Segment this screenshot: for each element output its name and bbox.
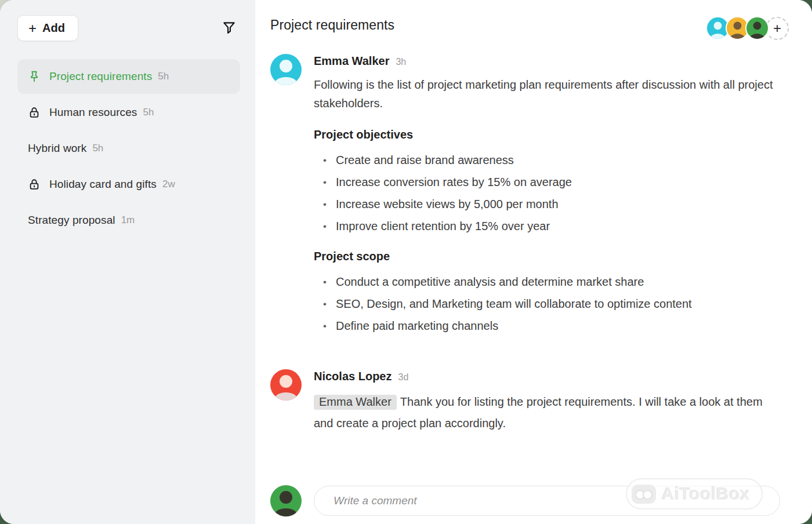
topic-label: Holiday card and gifts [49,178,157,191]
sidebar-item-holiday-card-and-gifts[interactable]: Holiday card and gifts 2w [17,167,240,202]
avatar [270,369,302,401]
comment-input[interactable] [314,486,780,516]
topics-sidebar: + Add Project requirements 5h [0,0,255,524]
thread-panel: Project requirements + Emma Walker [255,0,812,524]
topic-time: 1m [121,214,135,226]
add-button-label: Add [42,21,65,35]
list-item: SEO, Design, and Marketing team will col… [314,296,784,312]
scope-list: Conduct a competitive analysis and deter… [314,274,784,334]
current-user-avatar [270,485,302,516]
lock-icon [28,177,42,191]
topic-list: Project requirements 5h Human resources … [17,59,240,239]
message-timestamp: 3h [396,57,406,67]
add-participant-button[interactable]: + [766,17,789,40]
message-nicolas-lopez: Nicolas Lopez 3d Emma WalkerThank you fo… [270,369,789,434]
topic-label: Human resources [49,106,137,119]
message-text: Emma WalkerThank you for listing the pro… [314,391,778,434]
topic-time: 5h [92,143,103,154]
sidebar-item-project-requirements[interactable]: Project requirements 5h [17,59,240,94]
plus-icon: + [773,20,781,37]
lock-icon [28,105,42,119]
message-emma-walker: Emma Walker 3h Following is the list of … [270,54,789,340]
add-topic-button[interactable]: + Add [17,15,78,41]
list-item: Define paid marketing channels [314,318,784,334]
participants-stack: + [706,16,789,40]
sidebar-item-strategy-proposal[interactable]: Strategy proposal 1m [17,203,240,238]
topic-label: Project requirements [49,70,152,83]
topic-time: 2w [162,179,175,190]
topic-label: Hybrid work [28,142,86,155]
section-heading: Project objectives [314,128,784,141]
message-text: Following is the list of project marketi… [314,75,784,112]
comment-composer: AiToolBox [270,485,789,516]
avatar [270,54,302,85]
list-item: Improve client retention by 15% over yea… [314,219,784,234]
list-item: Conduct a competitive analysis and deter… [314,274,784,290]
mention-chip[interactable]: Emma Walker [314,395,397,410]
sidebar-item-hybrid-work[interactable]: Hybrid work 5h [17,131,240,166]
message-author: Emma Walker [314,54,389,68]
topic-label: Strategy proposal [28,214,115,227]
objectives-list: Create and raise brand awareness Increas… [314,152,784,234]
list-item: Increase website views by 5,000 per mont… [314,196,784,212]
list-item: Create and raise brand awareness [314,152,784,168]
message-author: Nicolas Lopez [314,370,392,383]
section-heading: Project scope [314,250,784,263]
filter-icon[interactable] [220,19,238,37]
list-item: Increase conversion rates by 15% on aver… [314,174,784,190]
participant-avatar[interactable] [745,16,769,40]
plus-icon: + [28,23,37,34]
topic-time: 5h [158,71,169,82]
topic-time: 5h [143,107,154,118]
sidebar-item-human-resources[interactable]: Human resources 5h [17,95,240,130]
message-timestamp: 3d [398,372,408,383]
discussion-window: + Add Project requirements 5h [0,0,812,524]
pin-icon [28,70,42,83]
